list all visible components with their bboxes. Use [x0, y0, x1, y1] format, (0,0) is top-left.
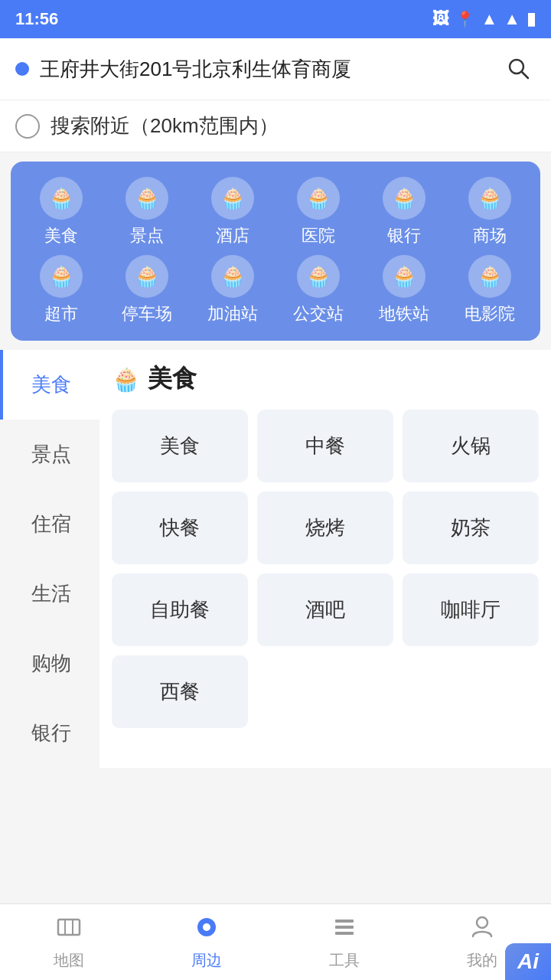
status-icons: 🖼 📍 ▲ ▲ ▮ — [432, 9, 536, 29]
location-text: 王府井大街201号北京利生体育商厦 — [40, 56, 491, 83]
svg-point-10 — [477, 917, 487, 928]
nearby-checkbox[interactable] — [15, 114, 40, 139]
jiudian-icon: 🧁 — [211, 177, 254, 220]
svg-rect-7 — [335, 920, 354, 923]
jiayouzhan-label: 加油站 — [207, 302, 258, 325]
chaoshi-icon: 🧁 — [40, 255, 83, 298]
category-jingdian[interactable]: 🧁 景点 — [112, 177, 181, 247]
gongjiaozhan-icon: 🧁 — [297, 255, 340, 298]
shangchang-icon: 🧁 — [468, 177, 511, 220]
subcategory-huoguo[interactable]: 火锅 — [403, 410, 539, 482]
sidebar-item-zhushu[interactable]: 住宿 — [0, 489, 99, 559]
category-dianyingyuan[interactable]: 🧁 电影院 — [455, 255, 524, 325]
jingdian-label: 景点 — [130, 224, 164, 247]
svg-point-6 — [203, 923, 210, 931]
yinhang-label: 银行 — [387, 224, 421, 247]
category-gongjiaozhan[interactable]: 🧁 公交站 — [284, 255, 353, 325]
nearby-filter[interactable]: 搜索附近（20km范围内） — [0, 100, 551, 152]
jiayouzhan-icon: 🧁 — [211, 255, 254, 298]
location-dot-icon — [15, 62, 29, 76]
nav-item-nearby[interactable]: 周边 — [138, 913, 276, 971]
subcategory-xican[interactable]: 西餐 — [112, 655, 248, 728]
location-icon: 📍 — [455, 10, 474, 28]
yinhang-icon: 🧁 — [383, 177, 425, 220]
panel-title: 美食 — [148, 362, 197, 396]
jingdian-icon: 🧁 — [126, 177, 168, 220]
yiyuan-label: 医院 — [302, 224, 335, 247]
ditiezhan-icon: 🧁 — [383, 255, 425, 298]
sidebar-item-meishi[interactable]: 美食 — [0, 350, 99, 420]
subcategory-zizhucan[interactable]: 自助餐 — [112, 573, 248, 646]
status-bar: 11:56 🖼 📍 ▲ ▲ ▮ — [0, 0, 551, 38]
ai-badge-label: Ai — [517, 949, 539, 973]
shangchang-label: 商场 — [473, 224, 507, 247]
svg-rect-8 — [335, 926, 354, 929]
nav-label-mine: 我的 — [467, 950, 497, 971]
category-chaoshi[interactable]: 🧁 超市 — [27, 255, 96, 325]
search-button[interactable] — [502, 52, 536, 86]
meiши-label: 美食 — [44, 224, 78, 247]
subcategory-grid: 美食 中餐 火锅 快餐 烧烤 奶茶 自助餐 酒吧 咖啡厅 西餐 — [112, 410, 539, 728]
meiши-icon: 🧁 — [40, 177, 83, 220]
chaoshi-label: 超市 — [44, 302, 78, 325]
nav-label-map: 地图 — [54, 950, 84, 971]
nav-label-tools: 工具 — [329, 950, 360, 971]
right-panel: 🧁 美食 美食 中餐 火锅 快餐 烧烤 奶茶 自助餐 酒吧 咖啡厅 西餐 — [99, 350, 551, 768]
panel-emoji: 🧁 — [112, 366, 140, 393]
main-content: 美食 景点 住宿 生活 购物 银行 🧁 美食 美食 中餐 火锅 快餐 烧烤 奶茶… — [0, 350, 551, 768]
nav-label-nearby: 周边 — [191, 950, 222, 971]
tingchechang-icon: 🧁 — [126, 255, 168, 298]
dianyingyuan-icon: 🧁 — [468, 255, 511, 298]
category-row-1: 🧁 美食 🧁 景点 🧁 酒店 🧁 医院 🧁 银行 🧁 商场 — [18, 177, 533, 247]
nearby-label: 搜索附近（20km范围内） — [51, 113, 279, 139]
nav-item-map[interactable]: 地图 — [0, 913, 138, 971]
subcategory-kuaican[interactable]: 快餐 — [112, 492, 248, 564]
ai-badge[interactable]: Ai — [505, 943, 551, 980]
search-bar: 王府井大街201号北京利生体育商厦 — [0, 38, 551, 100]
category-row-2: 🧁 超市 🧁 停车场 🧁 加油站 🧁 公交站 🧁 地铁站 🧁 电影院 — [18, 255, 533, 325]
person-icon — [468, 913, 496, 947]
left-sidebar: 美食 景点 住宿 生活 购物 银行 — [0, 350, 99, 768]
subcategory-nacha[interactable]: 奶茶 — [403, 492, 539, 564]
tingchechang-label: 停车场 — [122, 302, 172, 325]
subcategory-shaokao[interactable]: 烧烤 — [257, 492, 393, 564]
subcategory-zhongcan[interactable]: 中餐 — [257, 410, 393, 482]
nearby-nav-icon — [193, 913, 220, 947]
sidebar-item-shenghuo[interactable]: 生活 — [0, 559, 99, 629]
map-icon — [55, 913, 83, 947]
subcategory-jiuba[interactable]: 酒吧 — [257, 573, 393, 646]
category-grid: 🧁 美食 🧁 景点 🧁 酒店 🧁 医院 🧁 银行 🧁 商场 🧁 超市 — [11, 162, 540, 341]
category-yinhang[interactable]: 🧁 银行 — [370, 177, 439, 247]
jiudian-label: 酒店 — [216, 224, 249, 247]
dianyingyuan-label: 电影院 — [465, 302, 515, 325]
svg-rect-9 — [335, 932, 354, 935]
tools-icon — [331, 913, 358, 947]
ditiezhan-label: 地铁站 — [379, 302, 429, 325]
category-yiyuan[interactable]: 🧁 医院 — [284, 177, 353, 247]
battery-icon: ▮ — [527, 9, 536, 29]
sidebar-item-gouwu[interactable]: 购物 — [0, 629, 99, 698]
category-jiayouzhan[interactable]: 🧁 加油站 — [198, 255, 267, 325]
svg-line-1 — [522, 72, 528, 78]
signal-icon: ▲ — [504, 9, 520, 29]
subcategory-kafei[interactable]: 咖啡厅 — [403, 573, 539, 646]
svg-rect-2 — [58, 920, 80, 935]
panel-header: 🧁 美食 — [112, 362, 539, 396]
yiyuan-icon: 🧁 — [297, 177, 340, 220]
category-tingchechang[interactable]: 🧁 停车场 — [112, 255, 181, 325]
sidebar-item-jingdian[interactable]: 景点 — [0, 420, 99, 489]
image-icon: 🖼 — [432, 9, 449, 29]
subcategory-meishi[interactable]: 美食 — [112, 410, 248, 482]
category-ditiezhan[interactable]: 🧁 地铁站 — [370, 255, 439, 325]
bottom-nav: 地图 周边 工具 我的 — [0, 903, 551, 980]
gongjiaozhan-label: 公交站 — [293, 302, 344, 325]
category-meiши[interactable]: 🧁 美食 — [27, 177, 96, 247]
nav-item-tools[interactable]: 工具 — [276, 913, 413, 971]
category-jiudian[interactable]: 🧁 酒店 — [198, 177, 267, 247]
sidebar-item-yinhang[interactable]: 银行 — [0, 698, 99, 768]
status-time: 11:56 — [15, 9, 58, 29]
wifi-icon: ▲ — [481, 9, 497, 29]
category-shangchang[interactable]: 🧁 商场 — [455, 177, 524, 247]
